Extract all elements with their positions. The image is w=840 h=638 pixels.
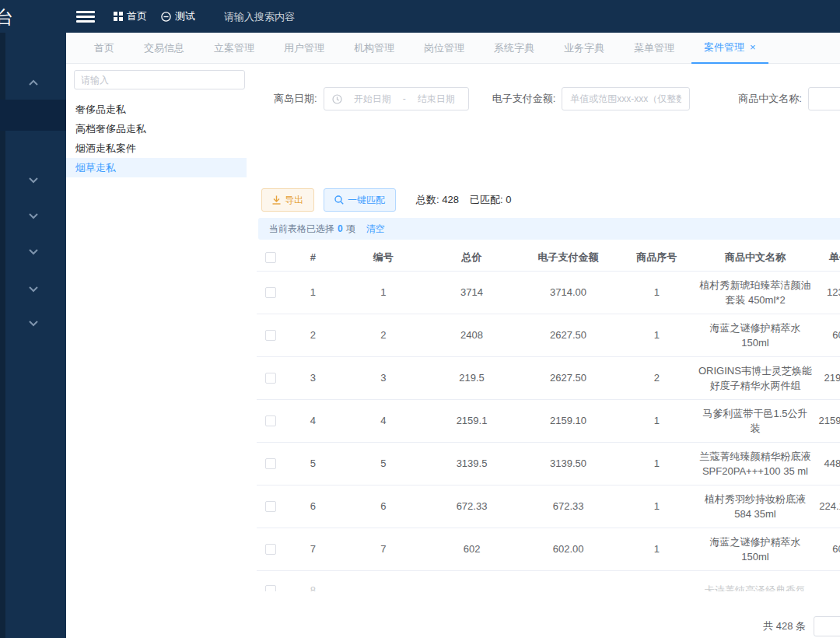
cell-unit: 224.11 — [816, 485, 840, 528]
chevron-down-icon — [28, 321, 39, 327]
chevron-down-icon — [28, 177, 39, 184]
tree-search-input[interactable] — [74, 70, 245, 89]
cell-name: 植村秀新琥珀臻萃洁颜油套装 450ml*2 — [695, 271, 815, 314]
cell-code: 3 — [341, 356, 426, 399]
cell-code: 1 — [341, 271, 426, 314]
cell-unit: 602 — [816, 528, 840, 570]
col-header-unit: 单价 — [816, 244, 840, 271]
cell-epay: 2159.10 — [518, 399, 618, 442]
tab-menu-mgmt[interactable]: 菜单管理 — [621, 33, 687, 64]
tree-item-tobacco[interactable]: 烟草走私 — [66, 158, 247, 177]
topbar: 台 首页 测试 — [0, 0, 840, 33]
sidebar-group-5[interactable] — [0, 310, 66, 338]
export-button[interactable]: 导出 — [261, 188, 314, 212]
tab-system-dict[interactable]: 系统字典 — [481, 33, 547, 64]
select-all-checkbox[interactable] — [265, 252, 276, 263]
sidebar-group-4[interactable] — [0, 275, 66, 303]
cell-code: 7 — [341, 528, 426, 570]
tab-case-mgmt[interactable]: 案件管理 × — [691, 33, 768, 64]
grid-icon — [114, 12, 123, 21]
matched-count-text: 已匹配: 0 — [470, 193, 511, 207]
cell-idx: 5 — [285, 442, 341, 485]
cell-seq: 1 — [618, 314, 695, 356]
table-row[interactable]: 6 6 672.33 672.33 1 植村秀羽纱持妆粉底液 584 35ml … — [257, 485, 840, 528]
date-range-picker[interactable]: - — [324, 87, 469, 110]
tab-close-icon[interactable]: × — [750, 41, 756, 53]
cell-epay — [518, 570, 618, 591]
cell-name: 卡诗菁纯亮泽经典香氛 — [695, 570, 815, 591]
table-row[interactable]: 7 7 602 602.00 1 海蓝之谜修护精萃水 150ml 602 — [257, 528, 840, 570]
cell-total — [425, 570, 518, 591]
minus-circle-icon — [161, 12, 171, 22]
cell-idx: 1 — [285, 271, 341, 314]
cell-unit: 448.5 — [816, 442, 840, 485]
row-checkbox[interactable] — [265, 501, 276, 512]
content-area: 首页 交易信息 立案管理 用户管理 机构管理 岗位管理 系统字典 业务字典 菜单… — [66, 33, 840, 638]
cell-total: 3139.5 — [425, 442, 518, 485]
date-start-input[interactable] — [348, 93, 397, 104]
pagination: 共 428 条 — [257, 615, 840, 638]
table-row[interactable]: 8 卡诗菁纯亮泽经典香氛 — [257, 570, 840, 591]
hamburger-menu-icon[interactable] — [76, 9, 95, 24]
clear-selection-link[interactable]: 清空 — [366, 223, 385, 236]
cell-seq: 1 — [618, 271, 695, 314]
global-search-input[interactable] — [224, 6, 364, 26]
cell-name: 海蓝之谜修护精萃水 150ml — [695, 528, 815, 570]
download-icon — [272, 195, 281, 205]
row-checkbox[interactable] — [265, 458, 276, 469]
row-checkbox[interactable] — [265, 585, 276, 592]
row-checkbox[interactable] — [265, 330, 276, 341]
selection-prefix: 当前表格已选择 — [269, 223, 334, 236]
row-checkbox[interactable] — [265, 287, 276, 298]
tab-home[interactable]: 首页 — [82, 33, 127, 64]
export-button-label: 导出 — [285, 194, 303, 207]
sidebar-group-3[interactable] — [0, 238, 66, 266]
table-row[interactable]: 4 4 2159.1 2159.10 1 马爹利蓝带干邑1.5公升装 2159.… — [257, 399, 840, 442]
chevron-down-icon — [28, 213, 39, 219]
cell-seq: 1 — [618, 528, 695, 570]
one-click-match-label: 一键匹配 — [348, 194, 385, 207]
col-header-code: 编号 — [341, 244, 426, 271]
sidebar-group-2[interactable] — [0, 202, 66, 230]
col-header-epay: 电子支付金额 — [518, 244, 618, 271]
date-end-input[interactable] — [412, 93, 460, 104]
cell-seq — [618, 570, 695, 591]
cell-code: 5 — [341, 442, 426, 485]
tree-item-tobacco-alcohol[interactable]: 烟酒走私案件 — [66, 138, 247, 158]
product-name-input[interactable] — [808, 87, 840, 110]
results-table: # 编号 总价 电子支付金额 商品序号 商品中文名称 单价 1 1 3714 — [257, 244, 840, 591]
tab-org-mgmt[interactable]: 机构管理 — [341, 33, 407, 64]
table-row[interactable]: 5 5 3139.5 3139.50 1 兰蔻菁纯臻颜精华粉底液SPF20PA+… — [257, 442, 840, 485]
page-size-select[interactable] — [814, 616, 840, 636]
tree-item-luxury[interactable]: 奢侈品走私 — [66, 100, 247, 119]
cell-epay: 672.33 — [518, 485, 618, 528]
tab-post-mgmt[interactable]: 岗位管理 — [411, 33, 477, 64]
table-header-row: # 编号 总价 电子支付金额 商品序号 商品中文名称 单价 — [257, 244, 840, 271]
selection-suffix: 项 — [346, 223, 355, 236]
chevron-down-icon — [28, 286, 39, 293]
cell-unit: 602 — [816, 314, 840, 356]
row-checkbox[interactable] — [265, 415, 276, 426]
col-header-idx: # — [285, 244, 341, 271]
cell-unit: 2159.1 — [816, 399, 840, 442]
tab-user-mgmt[interactable]: 用户管理 — [271, 33, 337, 64]
table-row[interactable]: 1 1 3714 3714.00 1 植村秀新琥珀臻萃洁颜油套装 450ml*2… — [257, 271, 840, 314]
row-checkbox[interactable] — [265, 544, 276, 555]
epay-amount-input[interactable] — [562, 87, 690, 110]
tab-trade-info[interactable]: 交易信息 — [131, 33, 197, 64]
sidebar-group-1[interactable] — [0, 167, 66, 195]
one-click-match-button[interactable]: 一键匹配 — [324, 188, 396, 212]
table-row[interactable]: 3 3 219.5 2627.50 2 ORIGINS韦博士灵芝焕能好度子精华水… — [257, 356, 840, 399]
selection-info-bar: 当前表格已选择 0 项 清空 — [258, 218, 840, 240]
sidebar-item-selected[interactable] — [0, 100, 66, 131]
tab-case-filing[interactable]: 立案管理 — [201, 33, 267, 64]
row-checkbox[interactable] — [265, 373, 276, 384]
tree-item-highend-luxury[interactable]: 高档奢侈品走私 — [66, 119, 247, 138]
topnav-test[interactable]: 测试 — [161, 9, 195, 23]
date-filter-label: 离岛日期: — [274, 92, 317, 106]
tab-business-dict[interactable]: 业务字典 — [551, 33, 617, 64]
cell-unit: 1238 — [816, 271, 840, 314]
topnav-home[interactable]: 首页 — [114, 9, 147, 23]
sidebar-collapse-toggle[interactable] — [0, 68, 66, 96]
table-row[interactable]: 2 2 2408 2627.50 1 海蓝之谜修护精萃水 150ml 602 — [257, 314, 840, 356]
